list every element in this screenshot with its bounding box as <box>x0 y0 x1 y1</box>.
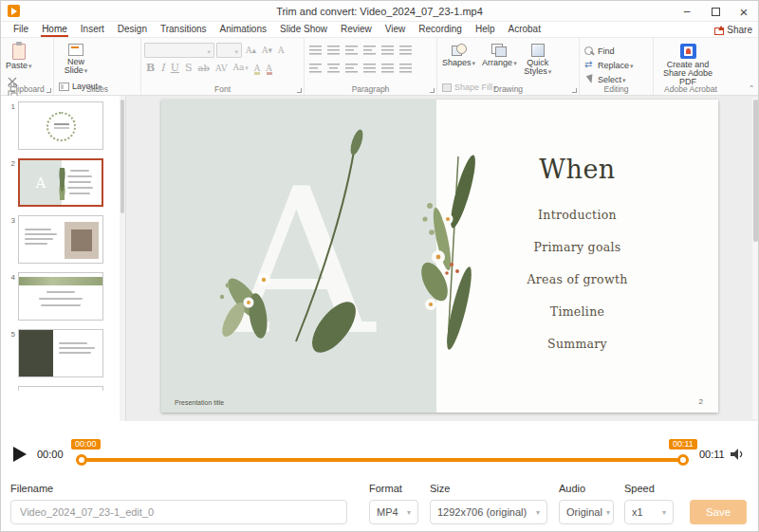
ppt-tab-row: File Home Insert Design Transitions Anim… <box>1 22 759 38</box>
slide-left-panel: A <box>161 100 436 413</box>
ppt-ribbon: Paste Clipboard New Slide Layout Reset <box>1 38 759 96</box>
ribbon-group-paragraph: Paragraph <box>305 38 437 95</box>
shapes-button: Shapes <box>440 41 477 70</box>
ribbon-group-acrobat: Create and Share Adobe PDF Adobe Acrobat <box>654 38 728 95</box>
align-left-button <box>307 60 324 76</box>
columns-icon <box>381 63 394 73</box>
bold-button: B <box>144 61 157 76</box>
speed-label: Speed <box>624 483 655 494</box>
indent-increase-button <box>361 42 378 58</box>
quick-styles-button: Quick Styles <box>522 41 554 79</box>
audio-select[interactable]: Original▾ <box>559 500 614 524</box>
duration-time: 00:11 <box>699 449 725 460</box>
thumbnail-number: 5 <box>7 329 15 377</box>
minimize-button[interactable] <box>673 1 701 22</box>
trim-start-handle[interactable] <box>76 454 87 466</box>
thumb-text-column <box>58 160 102 205</box>
paste-button: Paste <box>4 41 34 73</box>
filename-label: Filename <box>10 483 53 494</box>
new-slide-icon <box>68 44 83 56</box>
create-pdf-button: Create and Share Adobe PDF <box>657 41 719 89</box>
slide-canvas: A <box>161 100 718 413</box>
acrobat-pdf-icon <box>680 44 696 59</box>
trim-player: 00:00 00:00 00:11 00:11 <box>1 436 758 474</box>
indent-increase-icon <box>363 45 376 55</box>
thumb-text-column <box>53 339 102 357</box>
group-label-slides: Slides <box>54 84 140 95</box>
align-left-icon <box>309 63 322 73</box>
window-title: Trim and convert: Video_2024_07_23-1.mp4 <box>1 1 758 22</box>
trim-start-badge: 00:00 <box>71 439 101 449</box>
ppt-tab-slideshow: Slide Show <box>273 22 334 37</box>
ppt-share-button: Share <box>714 25 752 37</box>
text-shadow-button: S <box>183 61 194 76</box>
text-direction-icon <box>381 45 394 55</box>
thumbnail-row-3: 3 <box>7 215 116 264</box>
clipboard-icon <box>12 44 26 60</box>
character-spacing-button: AV <box>213 61 230 76</box>
thumbnail-row-4: 4 <box>7 272 116 321</box>
thumb-text-column <box>19 216 65 263</box>
thumb-text-lines <box>54 123 69 125</box>
title-bar: Trim and convert: Video_2024_07_23-1.mp4 <box>1 1 758 22</box>
indent-decrease-button <box>343 42 360 58</box>
close-button[interactable] <box>730 1 758 22</box>
change-case-button: Aa <box>231 60 250 76</box>
italic-button: I <box>158 61 166 76</box>
ppt-tab-view: View <box>379 22 413 37</box>
align-right-icon <box>345 63 358 73</box>
font-dialog-launcher-icon <box>297 88 302 93</box>
numbering-icon <box>327 45 340 55</box>
arrange-button: Arrange <box>480 41 519 70</box>
chevron-down-icon: ▾ <box>662 508 666 517</box>
ppt-tab-animations: Animations <box>213 22 273 37</box>
filename-input[interactable]: Video_2024_07_23-1_edit_0 <box>10 500 347 524</box>
ppt-tab-file: File <box>7 22 35 37</box>
arrange-icon <box>491 44 507 57</box>
slide-area-scrollbar <box>752 98 759 419</box>
paragraph-dialog-launcher-icon <box>430 88 435 93</box>
collapse-ribbon-icon <box>747 85 756 93</box>
export-form: Filename Format Size Audio Speed Video_2… <box>1 474 758 532</box>
ppt-main-area: 1 2 A <box>1 96 759 421</box>
font-shrink-icon: A▾ <box>260 43 274 58</box>
video-preview[interactable]: File Home Insert Design Transitions Anim… <box>1 22 759 436</box>
size-select[interactable]: 1292x706 (original)▾ <box>430 500 547 524</box>
trim-timeline[interactable] <box>78 458 687 462</box>
thumbnail-row-5: 5 <box>7 329 116 377</box>
ppt-tab-acrobat: Acrobat <box>501 22 546 37</box>
clipboard-dialog-launcher-icon <box>46 88 51 93</box>
ppt-tab-design: Design <box>111 22 154 37</box>
align-right-button <box>343 60 360 76</box>
group-label-editing: Editing <box>580 84 653 95</box>
slide-footer-text: Presentation title <box>175 399 224 406</box>
share-label: Share <box>727 25 752 35</box>
fern-frond <box>442 266 475 352</box>
slide-page-number: 2 <box>699 397 703 406</box>
save-button[interactable]: Save <box>690 500 747 524</box>
font-color-button: A <box>264 61 274 76</box>
find-button: Find <box>583 45 636 58</box>
justify-icon <box>363 63 376 73</box>
thumb-photo-graphic <box>65 222 99 259</box>
slide-letter-artwork: A <box>161 100 436 413</box>
volume-icon[interactable] <box>730 448 746 462</box>
speed-select[interactable]: x1▾ <box>624 500 674 524</box>
audio-label: Audio <box>559 483 585 494</box>
line-spacing-icon <box>399 45 412 55</box>
strikethrough-button: ab <box>196 61 212 76</box>
group-label-drawing: Drawing <box>437 84 579 95</box>
ribbon-group-clipboard: Paste Clipboard <box>1 38 54 95</box>
slide-thumbnail-2-selected: A <box>18 158 103 207</box>
group-label-font: Font <box>141 84 304 95</box>
format-select[interactable]: MP4▾ <box>369 500 418 524</box>
play-button[interactable] <box>12 447 28 463</box>
maximize-button[interactable] <box>701 1 730 22</box>
ribbon-group-font: A▴ A▾ A B I U S ab AV Aa A A Font <box>141 38 305 95</box>
thumbnail-row-1: 1 <box>7 101 116 150</box>
group-label-clipboard: Clipboard <box>1 84 53 95</box>
trim-end-handle[interactable] <box>677 454 689 466</box>
thumbnail-number: 1 <box>7 101 15 150</box>
select-icon <box>584 75 595 85</box>
line-spacing-button <box>398 42 414 58</box>
